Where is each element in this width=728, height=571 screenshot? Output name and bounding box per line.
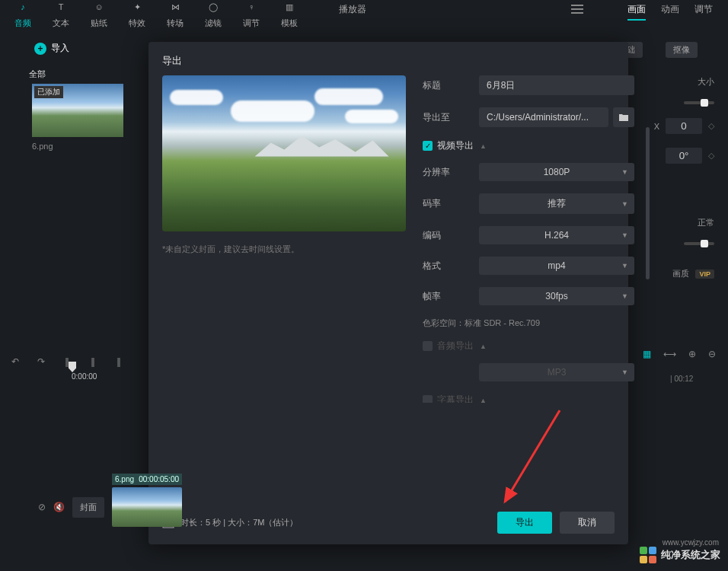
playhead-time: 0:00:00 bbox=[72, 372, 97, 381]
bitrate-select[interactable]: 推荐▼ bbox=[479, 193, 634, 214]
vip-badge: VIP bbox=[695, 270, 714, 279]
thumb-badge: 已添加 bbox=[34, 86, 63, 98]
resolution-label: 分辨率 bbox=[423, 166, 479, 179]
chevron-down-icon: ▼ bbox=[621, 231, 628, 239]
mute-icon[interactable]: 🔇 bbox=[53, 502, 65, 512]
tab-picture[interactable]: 画面 bbox=[627, 3, 646, 21]
chevron-down-icon: ▼ bbox=[621, 200, 628, 208]
normal-label: 正常 bbox=[698, 217, 714, 228]
preview-image bbox=[162, 75, 406, 231]
chevron-down-icon: ▼ bbox=[621, 168, 628, 176]
dialog-title: 导出 bbox=[162, 54, 615, 68]
cover-label[interactable]: 封面 bbox=[72, 497, 104, 518]
fps-select[interactable]: 30fps▼ bbox=[479, 287, 634, 305]
tool-transition[interactable]: ⋈转场 bbox=[156, 0, 194, 30]
subtitle-export-section[interactable]: ✓ 字幕导出 ▲ bbox=[423, 394, 634, 403]
video-checkbox[interactable]: ✓ bbox=[423, 141, 433, 151]
folder-icon bbox=[618, 113, 629, 122]
thumb-image: 已添加 bbox=[32, 84, 123, 137]
tab-animation[interactable]: 动画 bbox=[661, 3, 679, 21]
title-label: 标题 bbox=[423, 79, 479, 92]
opacity-slider[interactable] bbox=[684, 242, 714, 245]
tool-sticker[interactable]: ☺贴纸 bbox=[80, 0, 118, 30]
format-label: 格式 bbox=[423, 260, 479, 273]
watermark-url: www.ycwjzy.com bbox=[663, 538, 719, 547]
size-slider[interactable] bbox=[684, 101, 714, 104]
clip-duration: 00:00:05:00 bbox=[139, 475, 179, 483]
codec-label: 编码 bbox=[423, 229, 479, 242]
deg-input[interactable] bbox=[666, 148, 702, 164]
quality-label: 画质 bbox=[672, 268, 689, 279]
codec-select[interactable]: H.264▼ bbox=[479, 226, 634, 244]
tab-adjust[interactable]: 调节 bbox=[694, 3, 713, 21]
title-input[interactable] bbox=[479, 75, 634, 95]
all-label[interactable]: 全部 bbox=[29, 69, 46, 80]
tool-effect[interactable]: ✦特效 bbox=[118, 0, 156, 30]
duration-info: 时长：5 秒 | 大小：7M（估计） bbox=[162, 517, 298, 528]
bitrate-label: 码率 bbox=[423, 197, 479, 210]
plus-icon: + bbox=[34, 43, 46, 55]
caret-icon: ▲ bbox=[480, 142, 487, 150]
player-title: 播放器 bbox=[339, 3, 366, 16]
redo-icon[interactable]: ↷ bbox=[34, 356, 49, 367]
import-label: 导入 bbox=[51, 42, 69, 55]
export-button[interactable]: 导出 bbox=[497, 512, 552, 534]
media-thumb[interactable]: 已添加 6.png bbox=[32, 84, 123, 151]
export-dialog: 导出 *未自定义封面，建议去时间线设置。 标题 bbox=[148, 42, 628, 544]
subtitle-checkbox[interactable]: ✓ bbox=[423, 395, 433, 403]
tool-icon[interactable]: ⟷ bbox=[663, 349, 676, 359]
cut-right-icon[interactable]: ‖ bbox=[111, 356, 126, 367]
tool-icon[interactable]: ⊕ bbox=[688, 349, 696, 359]
format-select[interactable]: mp4▼ bbox=[479, 257, 634, 275]
tool-adjust[interactable]: ♀调节 bbox=[232, 0, 270, 30]
arrow-annotation bbox=[491, 403, 567, 517]
caret-icon[interactable]: ◇ bbox=[708, 151, 714, 161]
thumb-caption: 6.png bbox=[32, 142, 123, 151]
timeline-track: ⊘ 🔇 封面 6.png 00:00:05:00 bbox=[38, 487, 182, 527]
x-label: X bbox=[654, 122, 659, 131]
lock-icon[interactable]: ⊘ bbox=[38, 502, 46, 512]
timeline-clip[interactable]: 6.png 00:00:05:00 bbox=[112, 487, 182, 527]
cancel-button[interactable]: 取消 bbox=[560, 512, 615, 534]
caret-icon[interactable]: ◇ bbox=[708, 121, 714, 131]
tool-icon[interactable]: ⊖ bbox=[708, 349, 716, 359]
svg-line-0 bbox=[505, 410, 560, 502]
resolution-select[interactable]: 1080P▼ bbox=[479, 163, 634, 181]
tool-icon[interactable]: ▦ bbox=[643, 349, 651, 359]
tool-text[interactable]: T文本 bbox=[42, 0, 80, 30]
time-marker: | 00:12 bbox=[670, 375, 693, 383]
caret-icon: ▲ bbox=[480, 397, 487, 404]
video-export-section[interactable]: ✓ 视频导出 ▲ bbox=[423, 139, 634, 152]
right-tabs: 画面 动画 调节 bbox=[627, 3, 713, 21]
tool-template[interactable]: ▥模板 bbox=[270, 0, 308, 30]
hamburger-icon[interactable] bbox=[571, 5, 583, 14]
timeline-toolbar: ↶ ↷ ‖ ‖ ‖ bbox=[0, 346, 728, 377]
chevron-down-icon: ▼ bbox=[621, 292, 628, 300]
path-input[interactable] bbox=[479, 107, 608, 127]
watermark-icon bbox=[640, 547, 656, 563]
playhead[interactable]: 0:00:00 bbox=[69, 362, 97, 381]
path-label: 导出至 bbox=[423, 111, 479, 124]
size-label: 大小 bbox=[698, 76, 714, 88]
watermark: 纯净系统之家 bbox=[640, 547, 720, 563]
scrollbar[interactable] bbox=[646, 127, 650, 279]
tool-audio[interactable]: ♪音频 bbox=[4, 0, 42, 30]
preview-note: *未自定义封面，建议去时间线设置。 bbox=[162, 244, 406, 255]
fps-label: 帧率 bbox=[423, 290, 479, 303]
browse-button[interactable] bbox=[613, 107, 634, 127]
undo-icon[interactable]: ↶ bbox=[8, 356, 23, 367]
colorspace-info: 色彩空间：标准 SDR - Rec.709 bbox=[423, 317, 634, 329]
chevron-down-icon: ▼ bbox=[621, 262, 628, 270]
tool-filter[interactable]: ◯滤镜 bbox=[194, 0, 232, 30]
import-bar[interactable]: + 导入 bbox=[34, 42, 69, 55]
x-input[interactable] bbox=[666, 118, 702, 134]
clip-name: 6.png bbox=[115, 475, 134, 483]
